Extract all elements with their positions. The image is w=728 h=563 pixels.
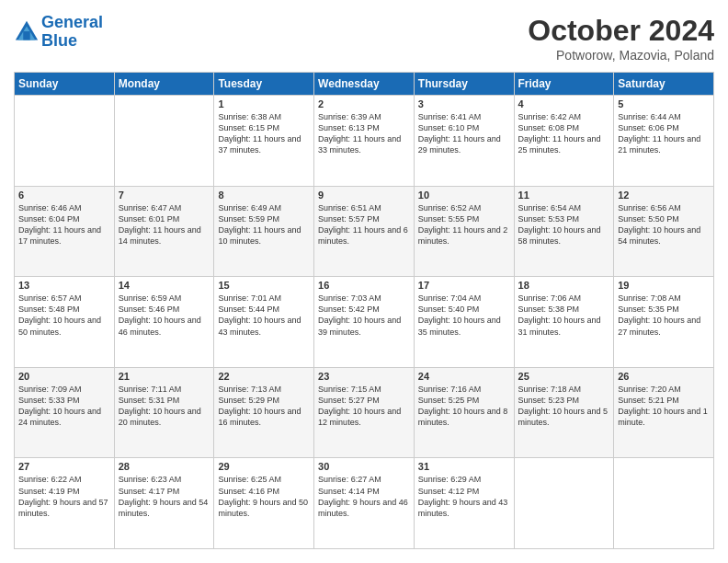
sunset-text: Sunset: 5:40 PM — [418, 304, 510, 315]
sunrise-text: Sunrise: 6:51 AM — [318, 202, 410, 213]
table-row: 20 Sunrise: 7:09 AM Sunset: 5:33 PM Dayl… — [15, 367, 115, 458]
day-number: 12 — [618, 190, 710, 201]
sunrise-text: Sunrise: 6:56 AM — [618, 202, 710, 213]
sunset-text: Sunset: 5:53 PM — [518, 213, 610, 224]
table-row: 14 Sunrise: 6:59 AM Sunset: 5:46 PM Dayl… — [114, 277, 214, 368]
daylight-text: Daylight: 10 hours and 5 minutes. — [518, 406, 610, 428]
sunset-text: Sunset: 5:31 PM — [119, 395, 210, 406]
day-number: 10 — [418, 190, 510, 201]
sunset-text: Sunset: 5:21 PM — [618, 395, 710, 406]
sunset-text: Sunset: 5:29 PM — [218, 395, 310, 406]
table-row: 19 Sunrise: 7:08 AM Sunset: 5:35 PM Dayl… — [614, 277, 714, 368]
sunset-text: Sunset: 4:16 PM — [218, 486, 310, 497]
table-row: 30 Sunrise: 6:27 AM Sunset: 4:14 PM Dayl… — [314, 458, 415, 549]
col-monday: Monday — [114, 73, 214, 96]
sunrise-text: Sunrise: 6:39 AM — [318, 111, 410, 122]
logo-icon — [14, 19, 40, 45]
table-row: 24 Sunrise: 7:16 AM Sunset: 5:25 PM Dayl… — [414, 367, 514, 458]
sunset-text: Sunset: 6:13 PM — [318, 122, 410, 133]
table-row: 18 Sunrise: 7:06 AM Sunset: 5:38 PM Dayl… — [514, 277, 614, 368]
day-number: 14 — [119, 280, 210, 291]
table-row — [15, 96, 115, 187]
table-row: 23 Sunrise: 7:15 AM Sunset: 5:27 PM Dayl… — [314, 367, 415, 458]
sunset-text: Sunset: 5:57 PM — [318, 213, 410, 224]
daylight-text: Daylight: 9 hours and 50 minutes. — [218, 497, 310, 519]
sunset-text: Sunset: 6:08 PM — [518, 122, 610, 133]
sunrise-text: Sunrise: 6:42 AM — [518, 111, 610, 122]
table-row — [114, 96, 214, 187]
col-friday: Friday — [514, 73, 614, 96]
table-row: 27 Sunrise: 6:22 AM Sunset: 4:19 PM Dayl… — [15, 458, 115, 549]
daylight-text: Daylight: 10 hours and 46 minutes. — [119, 315, 210, 337]
daylight-text: Daylight: 10 hours and 35 minutes. — [418, 315, 510, 337]
sunset-text: Sunset: 5:46 PM — [119, 304, 210, 315]
calendar-week-1: 1 Sunrise: 6:38 AM Sunset: 6:15 PM Dayli… — [15, 96, 714, 187]
sunrise-text: Sunrise: 6:25 AM — [218, 474, 310, 485]
sunset-text: Sunset: 5:50 PM — [618, 213, 710, 224]
table-row: 28 Sunrise: 6:23 AM Sunset: 4:17 PM Dayl… — [114, 458, 214, 549]
daylight-text: Daylight: 11 hours and 25 minutes. — [518, 133, 610, 155]
table-row: 26 Sunrise: 7:20 AM Sunset: 5:21 PM Dayl… — [614, 367, 714, 458]
day-number: 11 — [518, 190, 610, 201]
table-row: 17 Sunrise: 7:04 AM Sunset: 5:40 PM Dayl… — [414, 277, 514, 368]
location: Potworow, Mazovia, Poland — [528, 48, 714, 63]
table-row: 21 Sunrise: 7:11 AM Sunset: 5:31 PM Dayl… — [114, 367, 214, 458]
daylight-text: Daylight: 11 hours and 37 minutes. — [218, 133, 310, 155]
day-number: 27 — [18, 461, 110, 472]
daylight-text: Daylight: 9 hours and 46 minutes. — [318, 497, 410, 519]
day-number: 2 — [318, 98, 410, 109]
daylight-text: Daylight: 10 hours and 24 minutes. — [18, 406, 110, 428]
day-number: 7 — [119, 190, 210, 201]
day-number: 30 — [318, 461, 410, 472]
sunset-text: Sunset: 4:14 PM — [318, 486, 410, 497]
day-number: 25 — [518, 371, 610, 382]
daylight-text: Daylight: 10 hours and 31 minutes. — [518, 315, 610, 337]
logo-general: General — [41, 13, 103, 31]
day-number: 20 — [18, 371, 110, 382]
table-row: 10 Sunrise: 6:52 AM Sunset: 5:55 PM Dayl… — [414, 186, 514, 277]
sunrise-text: Sunrise: 6:49 AM — [218, 202, 310, 213]
sunset-text: Sunset: 5:48 PM — [18, 304, 110, 315]
daylight-text: Daylight: 11 hours and 14 minutes. — [119, 224, 210, 247]
table-row: 25 Sunrise: 7:18 AM Sunset: 5:23 PM Dayl… — [514, 367, 614, 458]
col-sunday: Sunday — [15, 73, 115, 96]
sunrise-text: Sunrise: 6:44 AM — [618, 111, 710, 122]
table-row: 1 Sunrise: 6:38 AM Sunset: 6:15 PM Dayli… — [214, 96, 314, 187]
table-row — [614, 458, 714, 549]
daylight-text: Daylight: 11 hours and 17 minutes. — [18, 224, 110, 247]
sunrise-text: Sunrise: 6:59 AM — [119, 293, 210, 304]
table-row: 9 Sunrise: 6:51 AM Sunset: 5:57 PM Dayli… — [314, 186, 415, 277]
day-number: 4 — [518, 98, 610, 109]
day-number: 3 — [418, 98, 510, 109]
day-number: 26 — [618, 371, 710, 382]
logo-blue: Blue — [41, 31, 77, 50]
table-row: 15 Sunrise: 7:01 AM Sunset: 5:44 PM Dayl… — [214, 277, 314, 368]
daylight-text: Daylight: 11 hours and 2 minutes. — [418, 224, 510, 247]
day-number: 16 — [318, 280, 410, 291]
page: General Blue October 2024 Potworow, Mazo… — [0, 0, 728, 563]
day-number: 22 — [218, 371, 310, 382]
sunset-text: Sunset: 6:01 PM — [119, 213, 210, 224]
table-row: 12 Sunrise: 6:56 AM Sunset: 5:50 PM Dayl… — [614, 186, 714, 277]
sunset-text: Sunset: 5:25 PM — [418, 395, 510, 406]
title-block: October 2024 Potworow, Mazovia, Poland — [528, 14, 714, 63]
sunrise-text: Sunrise: 7:16 AM — [418, 384, 510, 395]
daylight-text: Daylight: 11 hours and 21 minutes. — [618, 133, 710, 155]
calendar-header-row: Sunday Monday Tuesday Wednesday Thursday… — [15, 73, 714, 96]
table-row: 8 Sunrise: 6:49 AM Sunset: 5:59 PM Dayli… — [214, 186, 314, 277]
sunset-text: Sunset: 6:04 PM — [18, 213, 110, 224]
table-row: 2 Sunrise: 6:39 AM Sunset: 6:13 PM Dayli… — [314, 96, 415, 187]
table-row: 31 Sunrise: 6:29 AM Sunset: 4:12 PM Dayl… — [414, 458, 514, 549]
sunrise-text: Sunrise: 6:23 AM — [119, 474, 210, 485]
sunrise-text: Sunrise: 7:15 AM — [318, 384, 410, 395]
day-number: 6 — [18, 190, 110, 201]
table-row: 29 Sunrise: 6:25 AM Sunset: 4:16 PM Dayl… — [214, 458, 314, 549]
daylight-text: Daylight: 9 hours and 43 minutes. — [418, 497, 510, 519]
sunset-text: Sunset: 6:15 PM — [218, 122, 310, 133]
sunrise-text: Sunrise: 7:18 AM — [518, 384, 610, 395]
daylight-text: Daylight: 10 hours and 12 minutes. — [318, 406, 410, 428]
sunrise-text: Sunrise: 7:06 AM — [518, 293, 610, 304]
sunrise-text: Sunrise: 6:29 AM — [418, 474, 510, 485]
sunset-text: Sunset: 5:38 PM — [518, 304, 610, 315]
day-number: 23 — [318, 371, 410, 382]
